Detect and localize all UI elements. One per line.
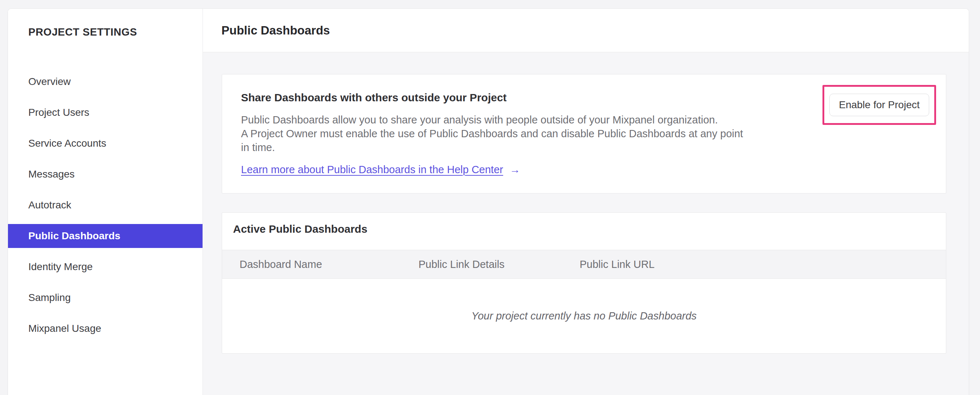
main-section: Public Dashboards Share Dashboards with … bbox=[203, 9, 969, 395]
sidebar-nav: Overview Project Users Service Accounts … bbox=[8, 70, 202, 341]
sidebar-item-public-dashboards[interactable]: Public Dashboards bbox=[8, 224, 202, 248]
sidebar-item-autotrack[interactable]: Autotrack bbox=[8, 193, 202, 217]
empty-state-text: Your project currently has no Public Das… bbox=[471, 310, 697, 322]
column-header-dashboard-name: Dashboard Name bbox=[240, 258, 418, 271]
sidebar-item-identity-merge[interactable]: Identity Merge bbox=[8, 255, 202, 279]
column-header-public-link-details: Public Link Details bbox=[418, 258, 580, 271]
share-description-line: in time. bbox=[241, 140, 946, 154]
table-empty-state: Your project currently has no Public Das… bbox=[222, 279, 946, 353]
active-dashboards-title: Active Public Dashboards bbox=[222, 213, 946, 236]
sidebar-item-sampling[interactable]: Sampling bbox=[8, 286, 202, 310]
active-dashboards-card: Active Public Dashboards Dashboard Name … bbox=[222, 212, 946, 354]
annotation-highlight-box: Enable for Project bbox=[822, 85, 936, 125]
settings-panel: PROJECT SETTINGS Overview Project Users … bbox=[8, 8, 969, 395]
share-description-line: A Project Owner must enable the use of P… bbox=[241, 127, 946, 140]
sidebar-item-overview[interactable]: Overview bbox=[8, 70, 202, 94]
page-header: Public Dashboards bbox=[203, 9, 969, 52]
table-header-row: Dashboard Name Public Link Details Publi… bbox=[222, 250, 946, 279]
share-dashboards-card: Share Dashboards with others outside you… bbox=[222, 74, 946, 194]
sidebar-item-mixpanel-usage[interactable]: Mixpanel Usage bbox=[8, 317, 202, 341]
sidebar: PROJECT SETTINGS Overview Project Users … bbox=[8, 9, 203, 395]
arrow-right-icon: → bbox=[510, 164, 520, 176]
sidebar-item-project-users[interactable]: Project Users bbox=[8, 100, 202, 124]
sidebar-item-service-accounts[interactable]: Service Accounts bbox=[8, 131, 202, 155]
help-center-link[interactable]: Learn more about Public Dashboards in th… bbox=[241, 164, 503, 176]
main-body: Share Dashboards with others outside you… bbox=[203, 52, 969, 395]
column-header-public-link-url: Public Link URL bbox=[580, 258, 946, 271]
sidebar-title: PROJECT SETTINGS bbox=[28, 26, 202, 38]
page: PROJECT SETTINGS Overview Project Users … bbox=[0, 0, 980, 395]
enable-for-project-button[interactable]: Enable for Project bbox=[829, 94, 929, 116]
sidebar-item-messages[interactable]: Messages bbox=[8, 162, 202, 186]
help-link-row: Learn more about Public Dashboards in th… bbox=[241, 164, 946, 176]
page-title: Public Dashboards bbox=[221, 24, 330, 37]
